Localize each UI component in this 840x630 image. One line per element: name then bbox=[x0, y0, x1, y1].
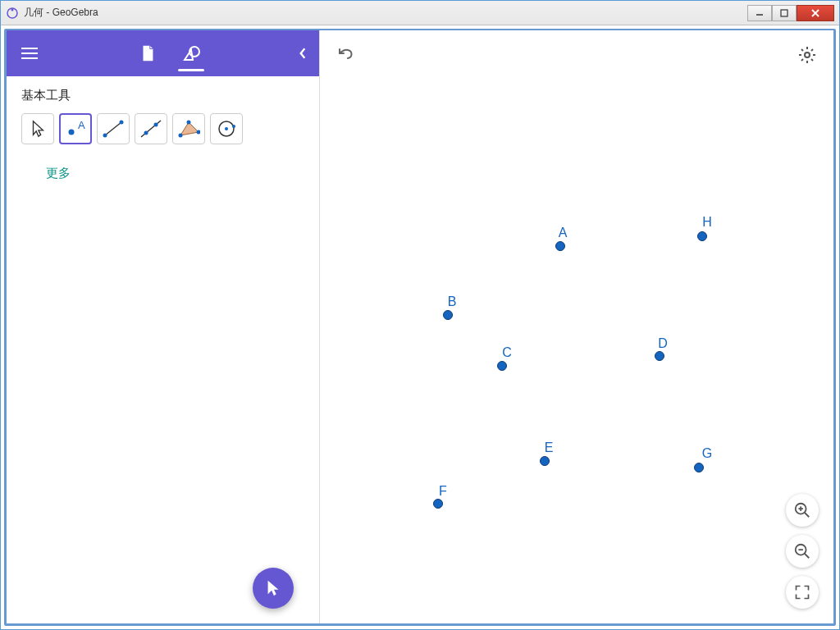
svg-line-26 bbox=[805, 513, 810, 518]
svg-rect-3 bbox=[781, 10, 788, 16]
point-D[interactable] bbox=[655, 351, 664, 361]
point-F[interactable] bbox=[433, 499, 443, 509]
point-B[interactable] bbox=[443, 310, 453, 320]
gear-icon bbox=[797, 45, 817, 65]
graphics-canvas[interactable]: ABCDEFGH bbox=[320, 30, 833, 623]
point-E[interactable] bbox=[540, 456, 550, 466]
settings-button[interactable] bbox=[792, 40, 822, 70]
tools-title: 基本工具 bbox=[21, 88, 304, 103]
undo-icon bbox=[336, 45, 356, 65]
svg-point-19 bbox=[187, 121, 191, 125]
tool-line[interactable] bbox=[135, 113, 167, 144]
svg-point-10 bbox=[69, 130, 75, 135]
point-label-F: F bbox=[439, 484, 447, 499]
sidebar: 基本工具 A 更多 bbox=[7, 30, 320, 623]
document-icon bbox=[139, 44, 157, 62]
point-G[interactable] bbox=[694, 463, 704, 472]
tab-tools[interactable] bbox=[181, 30, 201, 76]
point-A[interactable] bbox=[555, 241, 565, 251]
svg-point-22 bbox=[225, 127, 228, 130]
fab-move-tool[interactable] bbox=[253, 568, 294, 609]
tool-circle[interactable] bbox=[210, 113, 243, 144]
svg-point-14 bbox=[120, 121, 124, 125]
more-tools-link[interactable]: 更多 bbox=[46, 166, 304, 181]
window-title: 几何 - GeoGebra bbox=[24, 6, 747, 20]
point-label-G: G bbox=[702, 446, 712, 461]
tool-point[interactable]: A bbox=[59, 113, 92, 144]
chevron-left-icon bbox=[299, 48, 307, 59]
tab-algebra[interactable] bbox=[139, 30, 157, 76]
point-label-C: C bbox=[502, 345, 512, 360]
zoom-in-icon bbox=[793, 501, 811, 519]
window-titlebar: 几何 - GeoGebra bbox=[1, 1, 839, 25]
tools-panel: 基本工具 A 更多 bbox=[7, 76, 319, 193]
point-label-E: E bbox=[545, 441, 554, 455]
point-C[interactable] bbox=[497, 361, 507, 371]
tool-polygon[interactable] bbox=[172, 113, 205, 144]
svg-line-15 bbox=[141, 121, 161, 137]
svg-point-16 bbox=[144, 131, 148, 135]
zoom-in-button[interactable] bbox=[786, 494, 819, 527]
tool-segment[interactable] bbox=[97, 113, 130, 144]
app-icon bbox=[6, 7, 19, 20]
fullscreen-button[interactable] bbox=[786, 576, 819, 609]
undo-button[interactable] bbox=[331, 40, 361, 70]
fullscreen-icon bbox=[794, 584, 810, 600]
maximize-button[interactable] bbox=[772, 5, 797, 21]
svg-point-1 bbox=[11, 8, 14, 11]
geometry-icon bbox=[181, 43, 201, 63]
svg-point-23 bbox=[232, 125, 235, 128]
tool-move[interactable] bbox=[21, 113, 54, 144]
menu-button[interactable] bbox=[7, 30, 52, 76]
zoom-out-button[interactable] bbox=[786, 535, 819, 568]
sidebar-header bbox=[7, 30, 319, 76]
point-label-H: H bbox=[702, 215, 712, 230]
svg-point-18 bbox=[179, 134, 183, 138]
svg-point-13 bbox=[103, 134, 107, 138]
collapse-sidebar-button[interactable] bbox=[286, 30, 319, 76]
point-label-A: A bbox=[559, 226, 568, 240]
close-button[interactable] bbox=[797, 5, 834, 21]
zoom-out-icon bbox=[793, 542, 811, 560]
point-H[interactable] bbox=[697, 231, 707, 241]
svg-line-12 bbox=[105, 122, 121, 135]
cursor-icon bbox=[265, 579, 281, 597]
svg-point-17 bbox=[154, 123, 158, 127]
svg-line-30 bbox=[805, 554, 810, 559]
minimize-button[interactable] bbox=[747, 5, 772, 21]
point-label-B: B bbox=[448, 294, 457, 309]
svg-point-24 bbox=[805, 52, 810, 57]
point-label-D: D bbox=[658, 336, 668, 351]
svg-text:A: A bbox=[78, 119, 85, 131]
